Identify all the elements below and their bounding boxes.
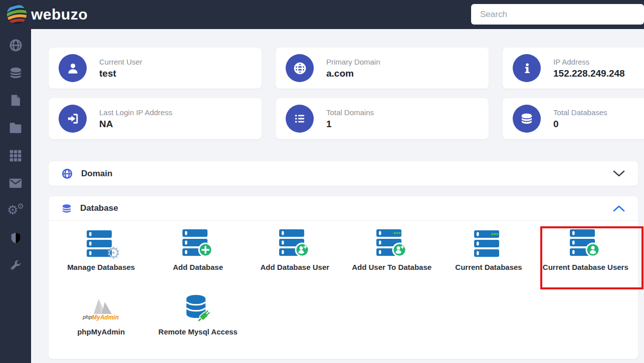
tool-add-database-user[interactable]: Add Database User (247, 226, 343, 273)
card-label: IP Address (553, 58, 625, 66)
database-icon (9, 66, 23, 80)
chevron-down-icon[interactable] (613, 170, 625, 177)
database-leds-icon (474, 230, 503, 257)
file-icon (10, 94, 22, 107)
tool-label: Add Database User (261, 262, 330, 273)
section-title: Domain (81, 169, 112, 179)
topbar: webuzo (0, 0, 644, 29)
sidebar: ⚙ ⚙ (0, 29, 31, 363)
globe-icon (62, 168, 73, 179)
card-value: 0 (553, 119, 607, 130)
database-accordion-header[interactable]: Database (49, 196, 638, 221)
wrench-icon (9, 259, 22, 272)
database-leds-user-plus-icon (376, 229, 407, 257)
webuzo-sphere-icon (6, 4, 28, 25)
database-user-icon (570, 229, 601, 257)
folder-icon (9, 122, 23, 134)
tool-current-databases[interactable]: Current Databases (440, 226, 537, 273)
mail-icon (9, 178, 23, 189)
chevron-up-icon[interactable] (613, 205, 625, 212)
sign-in-icon (59, 105, 87, 133)
tool-phpmyadmin[interactable]: php MyAdmin phpMyAdmin (53, 291, 149, 337)
database-icon (513, 105, 541, 133)
info-icon (513, 54, 541, 82)
domain-accordion-header[interactable]: Domain (49, 161, 638, 186)
sidebar-item-databases[interactable] (0, 59, 31, 87)
tool-label: Add Database (173, 262, 223, 273)
sidebar-item-apps[interactable] (0, 142, 31, 169)
section-domain: Domain (49, 161, 638, 186)
svg-text:php: php (82, 314, 92, 320)
card-value: 1 (326, 119, 374, 130)
tool-label: phpMyAdmin (77, 326, 125, 337)
card-label: Current User (99, 58, 142, 66)
card-value: test (99, 68, 142, 79)
brand-name: webuzo (31, 6, 88, 23)
card-current-user: Current User test (49, 48, 262, 89)
card-total-databases: Total Databases 0 (503, 98, 644, 139)
card-last-login-ip: Last Login IP Address NA (49, 98, 262, 139)
tool-add-user-to-database[interactable]: Add User To Database (343, 226, 440, 273)
sidebar-item-settings[interactable]: ⚙ ⚙ (0, 197, 31, 224)
sidebar-item-email[interactable] (0, 169, 31, 197)
tool-manage-databases[interactable]: ⚙ Manage Databases (53, 226, 149, 273)
globe-icon (9, 39, 23, 52)
grid-icon (9, 149, 22, 162)
tool-label: Add User To Database (352, 262, 432, 273)
card-value: NA (99, 119, 172, 130)
tool-label: Remote Mysql Access (158, 326, 238, 337)
tool-remote-mysql-access[interactable]: Remote Mysql Access (149, 291, 246, 337)
webuzo-logo[interactable]: webuzo (6, 4, 88, 25)
main-content: Current User test Primary Domain a.com I (31, 29, 644, 363)
tool-label: Current Database Users (543, 262, 628, 273)
sidebar-item-tools[interactable] (0, 252, 31, 279)
card-label: Total Domains (326, 108, 374, 117)
card-label: Primary Domain (326, 58, 380, 66)
sidebar-item-files[interactable] (0, 87, 31, 114)
database-tools-grid: ⚙ Manage Databases (53, 226, 634, 337)
tool-current-database-users[interactable]: Current Database Users (537, 226, 634, 273)
tool-label: Manage Databases (67, 262, 135, 273)
sidebar-item-security[interactable] (0, 224, 31, 252)
gear-icon: ⚙ (106, 245, 121, 260)
database-plug-icon (184, 294, 212, 322)
section-database: Database ⚙ (49, 196, 638, 359)
card-value: 152.228.249.248 (553, 68, 625, 79)
database-icon (62, 203, 72, 214)
card-label: Last Login IP Address (99, 108, 172, 117)
card-ip-address: IP Address 152.228.249.248 (503, 48, 644, 89)
section-title: Database (80, 203, 118, 213)
tool-add-database[interactable]: Add Database (149, 226, 246, 273)
user-icon (59, 54, 87, 82)
list-icon (286, 105, 314, 133)
shield-icon (10, 231, 22, 245)
card-label: Total Databases (553, 108, 607, 117)
globe-icon (286, 54, 314, 82)
database-user-plus-icon (279, 229, 310, 257)
tool-label: Current Databases (455, 262, 522, 273)
phpmyadmin-logo: php MyAdmin (80, 298, 123, 322)
card-total-domains: Total Domains 1 (276, 98, 489, 139)
card-primary-domain: Primary Domain a.com (276, 48, 489, 89)
card-value: a.com (326, 68, 380, 79)
database-plus-icon (182, 229, 213, 257)
search-input[interactable] (471, 4, 644, 25)
sidebar-item-folders[interactable] (0, 114, 31, 142)
gears-icon: ⚙ ⚙ (8, 204, 23, 218)
sidebar-item-domains[interactable] (0, 32, 31, 59)
svg-text:MyAdmin: MyAdmin (92, 314, 119, 321)
